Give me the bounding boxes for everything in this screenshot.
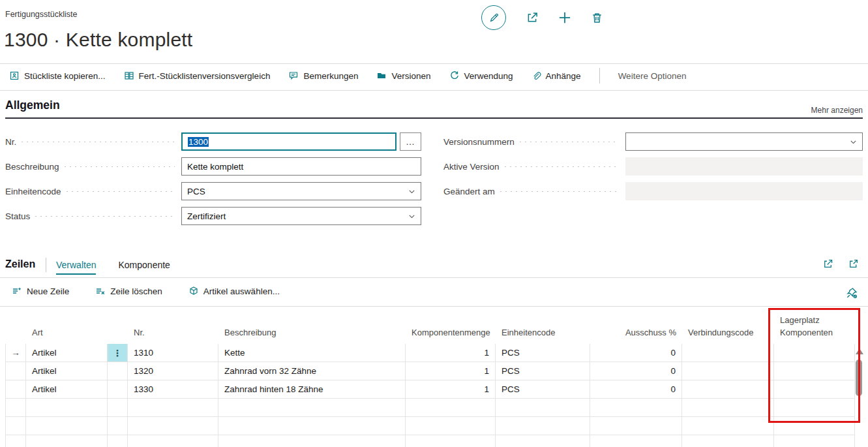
versionsnummern-select[interactable]: [625, 132, 863, 151]
cell-lagerplatz[interactable]: [774, 344, 855, 362]
scrollbar-up-arrow[interactable]: [856, 348, 863, 354]
popout-icon: [848, 258, 859, 270]
einheitencode-select[interactable]: PCS: [181, 182, 421, 200]
item-box-icon: [188, 286, 199, 296]
dotted-leader: [67, 191, 175, 192]
pencil-icon: [488, 12, 500, 23]
ellipsis-icon: …: [406, 136, 415, 147]
lines-tabbar: Verwalten Komponente: [56, 260, 170, 275]
select-items-button[interactable]: Artikel auswählen...: [188, 286, 280, 296]
page-title: 1300 · Kette komplett: [4, 29, 192, 51]
geaendert-am-field: [625, 182, 863, 200]
cell-verbindung[interactable]: [682, 362, 774, 380]
cell-verbindung[interactable]: [682, 380, 774, 398]
tab-komponente[interactable]: Komponente: [118, 260, 170, 275]
share-icon: [822, 258, 833, 270]
dotted-leader: [65, 166, 175, 167]
attachments-button[interactable]: Anhänge: [531, 71, 581, 81]
divider: [46, 258, 46, 272]
col-beschreibung[interactable]: Beschreibung: [218, 327, 406, 344]
unpin-button[interactable]: [846, 287, 858, 299]
share-lines-button[interactable]: [822, 258, 833, 270]
copy-bom-button[interactable]: Stückliste kopieren...: [9, 70, 106, 81]
cell-ausschuss[interactable]: 0: [590, 380, 682, 398]
plus-icon: [558, 11, 571, 24]
field-geaendert-am: Geändert am: [443, 182, 863, 200]
col-lagerplatz[interactable]: Lagerplatz Komponenten: [774, 315, 855, 344]
col-art[interactable]: Art: [26, 327, 108, 344]
cell-einheit[interactable]: PCS: [496, 362, 590, 380]
cell-ausschuss[interactable]: 0: [590, 362, 682, 380]
table-row: Artikel 1320 Zahnrad vorn 32 Zähne 1 PCS…: [5, 362, 855, 380]
dotted-leader: [22, 141, 175, 142]
usage-icon: [449, 70, 460, 81]
cell-menge[interactable]: 1: [406, 344, 496, 362]
new-button[interactable]: [558, 11, 571, 24]
col-ausschuss[interactable]: Ausschuss %: [590, 327, 682, 344]
edit-button[interactable]: [481, 5, 506, 30]
cell-verbindung[interactable]: [682, 344, 774, 362]
status-select[interactable]: Zertifiziert: [181, 207, 421, 225]
new-line-button[interactable]: Neue Zeile: [12, 286, 69, 296]
focus-mode-button[interactable]: [848, 258, 859, 270]
cell-nr[interactable]: 1330: [128, 380, 218, 398]
divider: [0, 306, 868, 307]
beschreibung-input[interactable]: Kette komplett: [181, 157, 421, 176]
field-aktive-version: Aktive Version: [443, 157, 863, 176]
paperclip-icon: [531, 71, 541, 81]
col-einheitencode[interactable]: Einheitencode: [496, 327, 590, 344]
divider: [0, 277, 868, 278]
cell-nr[interactable]: 1320: [128, 362, 218, 380]
nr-lookup-button[interactable]: …: [400, 132, 421, 151]
cell-nr[interactable]: 1310: [128, 344, 218, 362]
action-bar: Stückliste kopieren... Fert.-Stücklisten…: [9, 68, 868, 84]
versions-icon: [376, 70, 387, 81]
share-button[interactable]: [526, 11, 539, 24]
production-bom-page: Fertigungsstückliste 1300 · Kette komple…: [0, 0, 868, 447]
cell-beschreibung[interactable]: Zahnrad hinten 18 Zähne: [218, 380, 406, 398]
show-more-link[interactable]: Mehr anzeigen: [811, 106, 863, 115]
cell-art[interactable]: Artikel: [26, 344, 108, 362]
nr-input[interactable]: 1300: [181, 132, 397, 151]
divider: [0, 63, 868, 64]
field-einheitencode: Einheitencode PCS: [5, 182, 421, 200]
cell-lagerplatz[interactable]: [774, 380, 855, 398]
more-options-button[interactable]: Weitere Optionen: [618, 71, 687, 81]
delete-line-button[interactable]: Zeile löschen: [95, 286, 162, 296]
cell-einheit[interactable]: PCS: [496, 344, 590, 362]
share-icon: [526, 11, 539, 24]
cell-lagerplatz[interactable]: [774, 362, 855, 380]
cell-art[interactable]: Artikel: [26, 380, 108, 398]
active-row-indicator: →: [5, 344, 26, 362]
comments-button[interactable]: Bemerkungen: [288, 70, 358, 81]
page-caption: Fertigungsstückliste: [5, 10, 77, 19]
divider: [0, 90, 868, 91]
col-verbindungscode[interactable]: Verbindungscode: [682, 327, 774, 344]
dotted-leader: [500, 191, 619, 192]
chevron-down-icon: [408, 212, 416, 221]
system-actions: [481, 5, 603, 30]
table-row: → Artikel ⋮ 1310 Kette 1 PCS 0: [5, 344, 855, 362]
cell-einheit[interactable]: PCS: [496, 380, 590, 398]
tab-verwalten[interactable]: Verwalten: [56, 260, 96, 275]
cell-menge[interactable]: 1: [406, 380, 496, 398]
cell-beschreibung[interactable]: Zahnrad vorn 32 Zähne: [218, 362, 406, 380]
scrollbar-thumb[interactable]: [856, 360, 862, 396]
delete-button[interactable]: [591, 12, 603, 24]
field-status: Status Zertifiziert: [5, 207, 421, 225]
version-compare-button[interactable]: Fert.-Stücklistenversionsvergleich: [124, 70, 271, 81]
col-nr[interactable]: Nr.: [128, 327, 218, 344]
dotted-leader: [520, 141, 619, 142]
action-bar-divider: [599, 68, 600, 84]
table-row: Artikel 1330 Zahnrad hinten 18 Zähne 1 P…: [5, 380, 855, 399]
cell-ausschuss[interactable]: 0: [590, 344, 682, 362]
delete-line-icon: [95, 286, 106, 296]
cell-menge[interactable]: 1: [406, 362, 496, 380]
cell-art[interactable]: Artikel: [26, 362, 108, 380]
versions-button[interactable]: Versionen: [376, 70, 430, 81]
usage-button[interactable]: Verwendung: [449, 70, 513, 81]
cell-beschreibung[interactable]: Kette: [218, 344, 406, 362]
col-komponentenmenge[interactable]: Komponentenmenge: [406, 327, 496, 344]
row-menu-button[interactable]: ⋮: [108, 344, 128, 362]
table-row-empty: [5, 417, 855, 435]
